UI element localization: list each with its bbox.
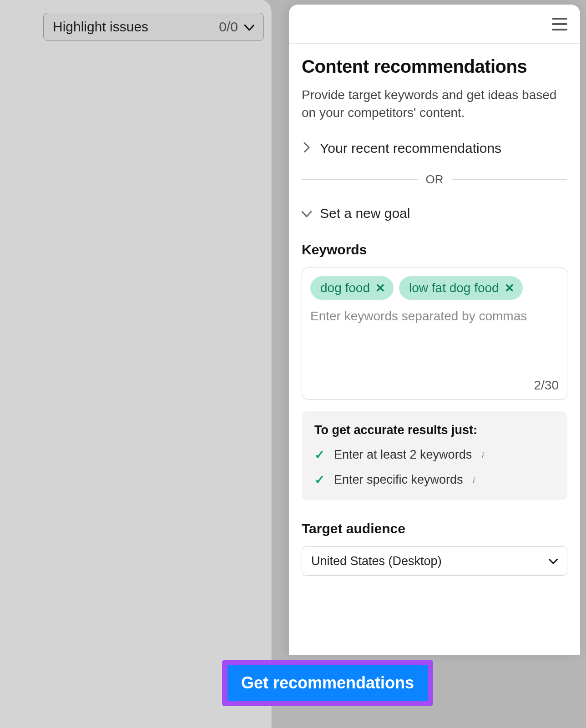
highlight-issues-count: 0/0 bbox=[219, 19, 238, 35]
target-audience-heading: Target audience bbox=[302, 521, 567, 536]
or-text: OR bbox=[426, 172, 444, 187]
chevron-down-icon bbox=[549, 555, 558, 567]
set-new-goal-toggle[interactable]: Set a new goal bbox=[302, 206, 567, 221]
chevron-down-icon bbox=[302, 207, 312, 221]
keyword-chip-label: dog food bbox=[320, 281, 370, 295]
check-icon: ✓ bbox=[314, 447, 325, 462]
keyword-chips: dog food ✕ low fat dog food ✕ bbox=[310, 276, 559, 300]
tips-box: To get accurate results just: ✓ Enter at… bbox=[302, 411, 567, 500]
cta-highlight-frame: Get recommendations bbox=[222, 660, 433, 706]
tip-text: Enter at least 2 keywords bbox=[334, 448, 472, 462]
keywords-input[interactable] bbox=[310, 309, 559, 324]
chevron-down-icon bbox=[244, 20, 254, 34]
keywords-input-box[interactable]: dog food ✕ low fat dog food ✕ 2/30 bbox=[302, 268, 567, 399]
editor-panel: Highlight issues 0/0 bbox=[0, 0, 272, 728]
get-recommendations-button[interactable]: Get recommendations bbox=[227, 665, 428, 701]
keyword-chip: low fat dog food ✕ bbox=[399, 276, 523, 300]
chevron-right-icon bbox=[302, 142, 312, 156]
tip-text: Enter specific keywords bbox=[334, 473, 463, 487]
or-divider: OR bbox=[302, 172, 567, 187]
keyword-chip: dog food ✕ bbox=[310, 276, 394, 300]
recent-recommendations-label: Your recent recommendations bbox=[320, 141, 501, 156]
remove-keyword-icon[interactable]: ✕ bbox=[375, 281, 385, 295]
panel-title: Content recommendations bbox=[302, 56, 567, 77]
tips-title: To get accurate results just: bbox=[314, 423, 555, 437]
check-icon: ✓ bbox=[314, 472, 325, 487]
hamburger-menu-icon[interactable] bbox=[552, 18, 567, 30]
panel-topbar bbox=[289, 5, 580, 44]
info-icon[interactable]: i bbox=[481, 449, 485, 461]
keyword-chip-label: low fat dog food bbox=[409, 281, 499, 295]
recommendations-panel: Content recommendations Provide target k… bbox=[289, 5, 580, 655]
keywords-counter: 2/30 bbox=[534, 364, 559, 393]
keywords-heading: Keywords bbox=[302, 242, 567, 258]
panel-subtitle: Provide target keywords and get ideas ba… bbox=[302, 86, 567, 121]
remove-keyword-icon[interactable]: ✕ bbox=[505, 281, 515, 295]
panel-content: Content recommendations Provide target k… bbox=[289, 44, 580, 576]
info-icon[interactable]: i bbox=[472, 474, 476, 486]
tip-row: ✓ Enter specific keywords i bbox=[314, 472, 555, 487]
tip-row: ✓ Enter at least 2 keywords i bbox=[314, 447, 555, 462]
highlight-issues-dropdown[interactable]: Highlight issues 0/0 bbox=[43, 13, 264, 41]
recent-recommendations-toggle[interactable]: Your recent recommendations bbox=[302, 141, 567, 156]
highlight-issues-label: Highlight issues bbox=[53, 19, 148, 35]
target-audience-select[interactable]: United States (Desktop) bbox=[302, 546, 567, 576]
target-audience-value: United States (Desktop) bbox=[311, 554, 442, 568]
set-new-goal-label: Set a new goal bbox=[320, 206, 410, 221]
